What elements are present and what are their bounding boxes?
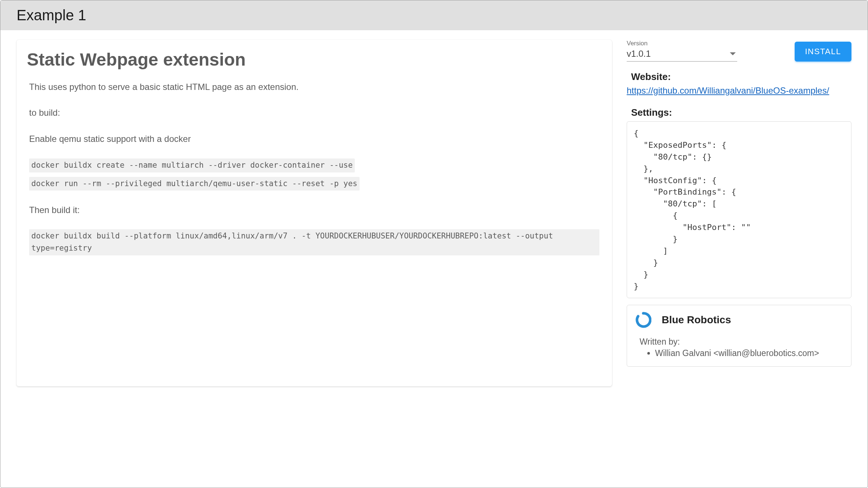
- chevron-down-icon: [730, 52, 736, 55]
- version-value: v1.0.1: [627, 49, 651, 59]
- version-select[interactable]: Version v1.0.1: [627, 40, 737, 62]
- sidebar: Version v1.0.1 INSTALL Website: https://…: [627, 40, 851, 386]
- description-card: Static Webpage extension This uses pytho…: [17, 40, 612, 386]
- then-build-text: Then build it:: [29, 203, 599, 217]
- website-heading: Website:: [631, 71, 851, 83]
- page-title: Example 1: [17, 7, 851, 24]
- version-value-row: v1.0.1: [627, 49, 737, 59]
- code-line: docker buildx create --name multiarch --…: [29, 158, 355, 172]
- build-label: to build:: [29, 106, 599, 120]
- enable-qemu-text: Enable qemu static support with a docker: [29, 132, 599, 146]
- code-block-1: docker buildx create --name multiarch --…: [29, 158, 599, 194]
- website-link[interactable]: https://github.com/Williangalvani/BlueOS…: [627, 86, 829, 96]
- intro-text: This uses python to serve a basic static…: [29, 80, 599, 94]
- company-logo-icon: [635, 312, 651, 328]
- company-name: Blue Robotics: [662, 314, 731, 326]
- settings-section: Settings: { "ExposedPorts": { "80/tcp": …: [627, 107, 851, 298]
- code-line: docker buildx build --platform linux/amd…: [29, 229, 599, 255]
- company-card: Blue Robotics Written by: Willian Galvan…: [627, 305, 851, 367]
- settings-heading: Settings:: [631, 107, 851, 118]
- header-bar: Example 1: [0, 0, 868, 30]
- content-wrap: Static Webpage extension This uses pytho…: [0, 30, 868, 396]
- author-item: Willian Galvani <willian@bluerobotics.co…: [655, 348, 843, 358]
- version-label: Version: [627, 40, 737, 47]
- settings-json: { "ExposedPorts": { "80/tcp": {} }, "Hos…: [627, 121, 851, 298]
- website-section: Website: https://github.com/Williangalva…: [627, 71, 851, 103]
- extension-body: This uses python to serve a basic static…: [29, 80, 599, 259]
- written-by-label: Written by:: [640, 337, 843, 347]
- author-list: Willian Galvani <willian@bluerobotics.co…: [655, 348, 843, 358]
- install-button[interactable]: INSTALL: [795, 42, 851, 62]
- code-line: docker run --rm --privileged multiarch/q…: [29, 177, 360, 191]
- version-install-row: Version v1.0.1 INSTALL: [627, 40, 851, 62]
- extension-title: Static Webpage extension: [27, 49, 599, 70]
- company-header: Blue Robotics: [635, 312, 843, 328]
- code-block-2: docker buildx build --platform linux/amd…: [29, 229, 599, 259]
